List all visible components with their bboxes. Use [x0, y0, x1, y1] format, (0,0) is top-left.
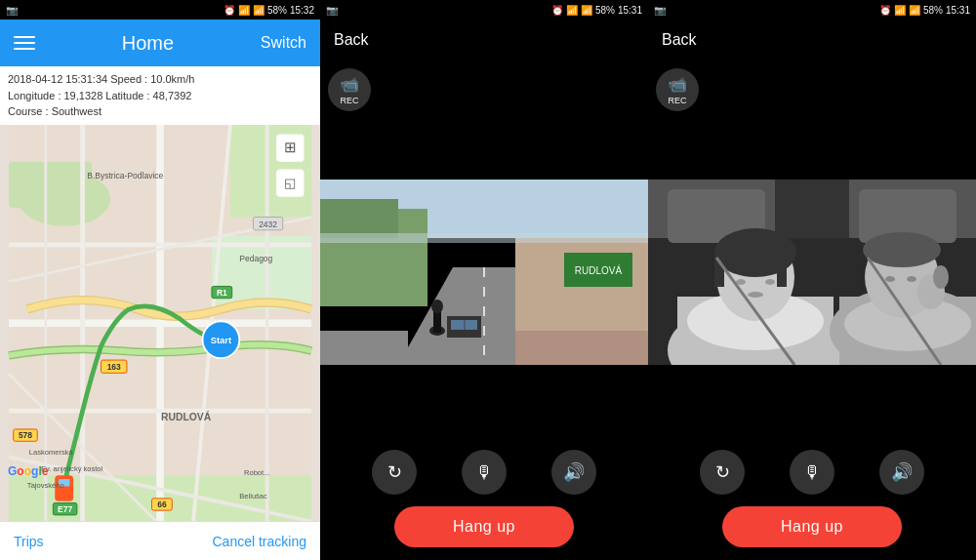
signal-icon: 📶	[253, 5, 264, 16]
info-line3: Course : Southwest	[8, 103, 312, 120]
cam2-time: 15:31	[946, 5, 970, 16]
mute-button-cam2[interactable]: 🎙	[790, 450, 834, 495]
camera-panel-1: 📷 ⏰ 📶 📶 58% 15:31 Back 📹 REC	[320, 0, 648, 560]
switch-button[interactable]: Switch	[261, 34, 306, 52]
volume-icon-cam1: 🔊	[563, 461, 585, 483]
volume-button-cam1[interactable]: 🔊	[551, 450, 596, 495]
rotate-icon-cam1: ↻	[387, 461, 402, 483]
status-right-cam1: ⏰ 📶 📶 58% 15:31	[551, 5, 642, 16]
rec-camera-icon-2: 📹	[668, 75, 687, 94]
mute-icon-cam2: 🎙	[803, 462, 821, 483]
cam2-hangup-area: Hang up	[648, 501, 976, 560]
menu-button[interactable]	[14, 36, 35, 50]
camera-panel-2: 📷 ⏰ 📶 📶 58% 15:31 Back 📹 REC	[648, 0, 976, 560]
volume-icon-cam2: 🔊	[891, 461, 913, 483]
rotate-button-cam2[interactable]: ↻	[700, 450, 745, 495]
hangup-button-cam1[interactable]: Hang up	[394, 506, 574, 547]
svg-point-58	[431, 300, 443, 313]
svg-text:163: 163	[107, 362, 121, 372]
map-area[interactable]: Start 163 R1 E77 578 66 2432 B.	[0, 125, 320, 522]
rec-camera-icon: 📹	[340, 75, 359, 94]
svg-text:RUDLOVÁ: RUDLOVÁ	[575, 264, 623, 276]
svg-text:RUDLOVÁ: RUDLOVÁ	[161, 410, 212, 421]
svg-point-85	[885, 276, 895, 282]
cam1-battery: 58%	[595, 5, 615, 16]
menu-line-2	[14, 42, 35, 44]
time-display: 15:32	[290, 5, 314, 16]
rotate-button-cam1[interactable]: ↻	[372, 450, 417, 495]
cam2-back-button[interactable]: Back	[662, 31, 697, 49]
status-bar-cam2: 📷 ⏰ 📶 📶 58% 15:31	[648, 0, 976, 20]
interior-camera-feed	[648, 180, 976, 365]
cam1-top-area: 📹 REC	[320, 60, 648, 180]
svg-text:Pedagog: Pedagog	[239, 253, 272, 262]
cancel-tracking-button[interactable]: Cancel tracking	[213, 534, 307, 549]
volume-button-cam2[interactable]: 🔊	[879, 450, 924, 495]
cam2-wifi-icon: 📶	[894, 5, 906, 16]
svg-text:2432: 2432	[259, 219, 277, 228]
cam2-signal-icon: 📶	[909, 5, 920, 16]
status-right-cam2: ⏰ 📶 📶 58% 15:31	[879, 5, 970, 16]
map-panel: 📷 ⏰ 📶 📶 58% 15:32 Home Switch 2018-04-12…	[0, 0, 320, 560]
svg-text:Banská Bystrica: Banská Bystrica	[129, 519, 215, 521]
cam1-signal-icon: 📶	[581, 5, 592, 16]
menu-line-3	[14, 48, 35, 50]
svg-rect-55	[320, 331, 408, 365]
road-camera-feed: RUDLOVÁ	[320, 180, 648, 365]
svg-point-76	[765, 279, 775, 285]
cam1-camera-icon: 📷	[326, 5, 338, 16]
cam2-alarm-icon: ⏰	[879, 5, 891, 16]
app-header: Home Switch	[0, 20, 320, 66]
svg-text:◱: ◱	[284, 176, 296, 190]
map-svg: Start 163 R1 E77 578 66 2432 B.	[0, 125, 320, 522]
rec-button-cam1[interactable]: 📹 REC	[328, 68, 371, 111]
alarm-icon: ⏰	[224, 5, 235, 16]
rec-label-cam2: REC	[668, 96, 686, 105]
svg-text:Ev. anjelický kostol: Ev. anjelický kostol	[41, 463, 103, 472]
svg-text:R1: R1	[217, 287, 227, 297]
info-line1: 2018-04-12 15:31:34 Speed : 10.0km/h	[8, 71, 312, 88]
cam2-controls: ↻ 🎙 🔊	[648, 443, 976, 501]
status-left-cam1: 📷	[326, 5, 338, 16]
status-bar-cam1: 📷 ⏰ 📶 📶 58% 15:31	[320, 0, 648, 20]
status-bar-map: 📷 ⏰ 📶 📶 58% 15:32	[0, 0, 320, 20]
svg-point-84	[933, 265, 949, 289]
info-line2: Longitude : 19,1328 Latitude : 48,7392	[8, 88, 312, 104]
svg-rect-73	[714, 253, 724, 287]
mute-button-cam1[interactable]: 🎙	[462, 450, 507, 495]
menu-line-1	[14, 36, 35, 38]
svg-text:Bellušac: Bellušac	[239, 491, 267, 500]
wifi-icon: 📶	[238, 5, 250, 16]
mute-icon-cam1: 🎙	[475, 462, 493, 483]
rec-button-cam2[interactable]: 📹 REC	[656, 68, 699, 111]
cam2-video	[648, 180, 976, 365]
status-left-cam2: 📷	[654, 5, 666, 16]
svg-point-77	[748, 292, 763, 298]
status-right-map: ⏰ 📶 📶 58% 15:32	[224, 5, 314, 16]
cam2-header: Back	[648, 20, 976, 60]
status-left-map: 📷	[6, 5, 18, 16]
cam1-time: 15:31	[618, 5, 642, 16]
cam1-controls: ↻ 🎙 🔊	[320, 443, 648, 501]
cam2-top-area: 📹 REC	[648, 60, 976, 180]
svg-text:Tajovského: Tajovského	[27, 480, 64, 489]
hangup-button-cam2[interactable]: Hang up	[722, 506, 902, 547]
cam1-video: RUDLOVÁ	[320, 180, 648, 365]
svg-text:Start: Start	[211, 335, 232, 345]
svg-rect-62	[320, 233, 648, 243]
svg-rect-74	[777, 253, 787, 287]
trips-button[interactable]: Trips	[14, 534, 44, 549]
cam1-bottom-area	[320, 365, 648, 443]
svg-rect-2	[9, 161, 92, 207]
svg-text:66: 66	[157, 500, 167, 509]
cam2-camera-icon: 📷	[654, 5, 666, 16]
cam1-hangup-area: Hang up	[320, 501, 648, 560]
svg-point-86	[907, 276, 916, 282]
cam1-back-button[interactable]: Back	[334, 31, 369, 49]
svg-text:Robot...: Robot...	[244, 468, 269, 477]
map-footer: Trips Cancel tracking	[0, 521, 320, 560]
header-title: Home	[122, 32, 174, 55]
camera-status-icon: 📷	[6, 5, 18, 16]
svg-text:578: 578	[19, 430, 32, 440]
cam1-wifi-icon: 📶	[566, 5, 578, 16]
